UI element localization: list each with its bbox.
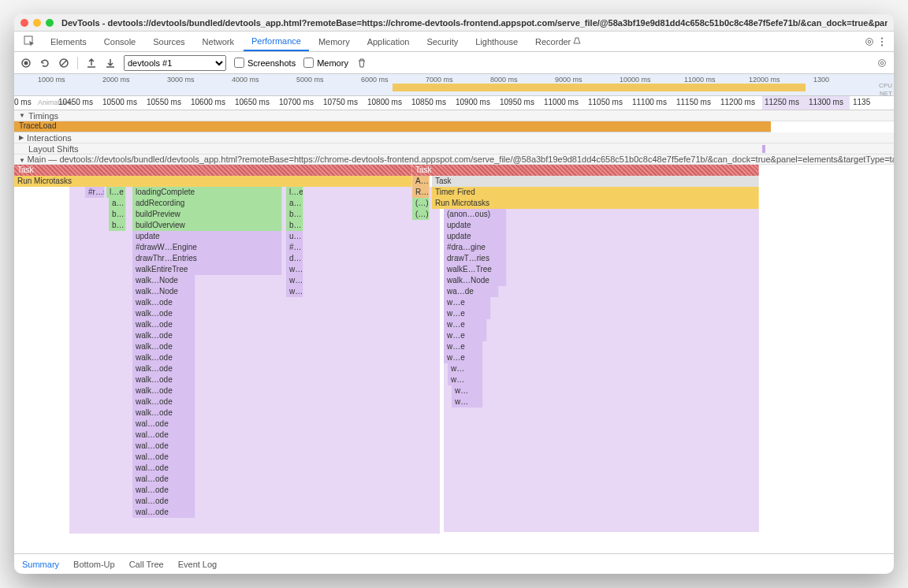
tab-sources[interactable]: Sources (145, 33, 192, 50)
ruler-tick: 10800 ms (367, 98, 402, 106)
tab-performance[interactable]: Performance (244, 32, 309, 51)
memory-checkbox[interactable]: Memory (303, 58, 348, 68)
flame-run-microtasks[interactable]: Run Microtasks (14, 176, 412, 187)
ruler-tick: 10900 ms (456, 98, 490, 106)
svg-point-7 (24, 61, 28, 65)
overview-tick: 12000 ms (749, 76, 780, 84)
capture-settings-icon[interactable] (876, 58, 888, 69)
overview-tick: 2000 ms (102, 76, 130, 84)
ruler-tick: 10850 ms (411, 98, 446, 106)
ruler-tick: 1135 (853, 98, 870, 106)
titlebar: DevTools - devtools://devtools/bundled/d… (14, 14, 894, 32)
tab-security[interactable]: Security (419, 33, 466, 50)
svg-point-3 (881, 37, 883, 39)
ruler-tick: 0 ms (14, 98, 32, 106)
ruler-tick: 11100 ms (632, 98, 667, 106)
tab-console[interactable]: Console (96, 33, 143, 50)
layout-shifts-track[interactable]: Layout Shifts (14, 143, 894, 154)
ruler-tick: 11000 ms (544, 98, 579, 106)
tab-recorder[interactable]: Recorder (527, 33, 589, 50)
record-icon[interactable] (20, 58, 32, 69)
flask-icon (573, 37, 581, 45)
ruler-tick: 10450 ms (58, 98, 93, 106)
ruler-tick: 10950 ms (500, 98, 534, 106)
traceload-bar[interactable]: TraceLoad (14, 121, 771, 132)
ruler-tick: 10500 ms (102, 98, 137, 106)
window-title: DevTools - devtools://devtools/bundled/d… (61, 18, 888, 28)
overview-tick: 1000 ms (38, 76, 65, 84)
overview-timeline[interactable]: CPU NET 1000 ms2000 ms3000 ms4000 ms5000… (14, 74, 894, 96)
ruler-tick: 11200 ms (720, 98, 755, 106)
overview-tick: 7000 ms (426, 76, 453, 84)
ruler-tick: 11300 ms (809, 98, 843, 106)
time-ruler[interactable]: Animations 0 ms10450 ms10500 ms10550 ms1… (14, 96, 894, 110)
ruler-tick: 11050 ms (588, 98, 623, 106)
svg-point-2 (868, 40, 871, 43)
tab-memory[interactable]: Memory (311, 33, 358, 50)
clear-icon[interactable] (58, 58, 69, 69)
ruler-tick: 10550 ms (147, 98, 181, 106)
screenshots-checkbox[interactable]: Screenshots (234, 58, 296, 68)
svg-point-10 (879, 59, 886, 66)
interactions-track[interactable]: ▶Interactions (14, 132, 894, 143)
settings-icon[interactable] (864, 36, 875, 47)
tab-application[interactable]: Application (359, 33, 418, 50)
ruler-tick: 10700 ms (279, 98, 314, 106)
upload-icon[interactable] (86, 58, 97, 69)
tab-elements[interactable]: Elements (43, 33, 95, 50)
maximize-window-button[interactable] (46, 19, 54, 27)
svg-point-4 (881, 40, 883, 42)
inspect-icon[interactable] (24, 35, 36, 48)
tab-network[interactable]: Network (195, 33, 242, 50)
trash-icon[interactable] (356, 58, 367, 69)
ruler-tick: 10650 ms (235, 98, 270, 106)
minimize-window-button[interactable] (33, 19, 41, 27)
timings-track[interactable]: ▼Timings (14, 110, 894, 121)
svg-line-9 (61, 60, 67, 66)
details-tabs: Summary Bottom-Up Call Tree Event Log (14, 553, 894, 574)
overview-tick: 6000 ms (361, 76, 389, 84)
download-icon[interactable] (105, 58, 116, 69)
svg-point-5 (881, 44, 883, 46)
ruler-tick: 10600 ms (191, 98, 225, 106)
overview-tick: 8000 ms (490, 76, 518, 84)
svg-point-1 (866, 38, 873, 45)
overview-tick: 5000 ms (296, 76, 324, 84)
footer-call-tree[interactable]: Call Tree (129, 560, 164, 569)
ruler-tick: 11250 ms (765, 98, 799, 106)
footer-summary[interactable]: Summary (22, 560, 59, 569)
footer-event-log[interactable]: Event Log (178, 560, 218, 569)
ruler-tick: 11150 ms (676, 98, 711, 106)
overview-tick: 10000 ms (620, 76, 651, 84)
overview-tick: 9000 ms (555, 76, 582, 84)
footer-bottom-up[interactable]: Bottom-Up (73, 560, 115, 569)
reload-icon[interactable] (39, 58, 50, 69)
overview-tick: 3000 ms (167, 76, 195, 84)
tab-lighthouse[interactable]: Lighthouse (467, 33, 526, 50)
svg-point-11 (880, 61, 884, 65)
panel-tabs: Elements Console Sources Network Perform… (14, 32, 894, 52)
ruler-tick: 10750 ms (323, 98, 358, 106)
flame-task[interactable]: Task (14, 165, 412, 176)
main-thread-header[interactable]: ▼ Main — devtools://devtools/bundled/dev… (14, 154, 894, 165)
overview-tick: 1300 (813, 76, 829, 84)
overview-tick: 4000 ms (232, 76, 259, 84)
perf-toolbar: devtools #1 Screenshots Memory (14, 52, 894, 74)
overview-tick: 11000 ms (684, 76, 716, 84)
flame-chart[interactable]: Task Run Microtasks #r…s l…e loadingComp… (14, 165, 894, 553)
target-select[interactable]: devtools #1 (124, 55, 226, 71)
more-icon[interactable] (876, 36, 888, 47)
close-window-button[interactable] (20, 19, 28, 27)
